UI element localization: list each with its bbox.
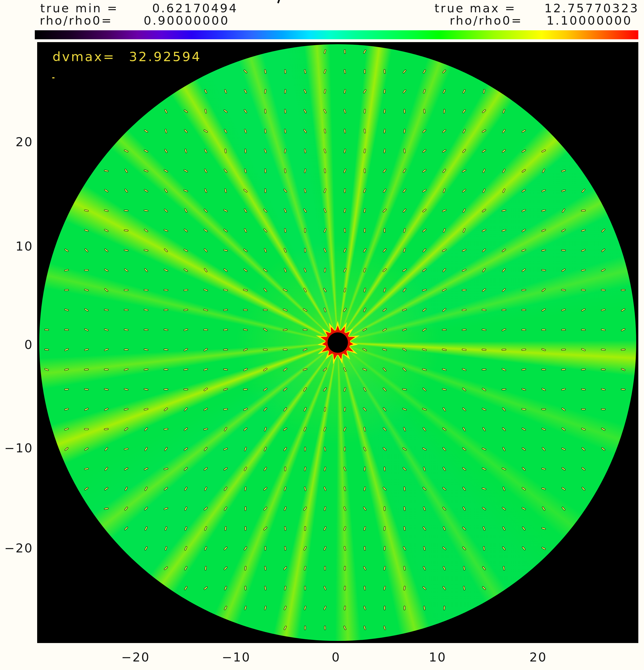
y-tick-label: 20: [0, 135, 33, 149]
true-min-value: 0.62170494: [152, 2, 238, 15]
y-tick-label: 0: [0, 338, 33, 352]
rho-max-label: rho/rho0=: [450, 14, 523, 27]
y-tick-label: −10: [0, 441, 33, 455]
rho-min-value: 0.90000000: [144, 14, 229, 27]
true-max-value: 12.75770323: [544, 2, 639, 15]
rho-max-value: 1.10000000: [547, 14, 632, 27]
y-tick-label: 10: [0, 239, 33, 253]
plot-area: dvmax= 32.92594: [37, 42, 638, 643]
vector-scale-arrow: [52, 77, 55, 79]
y-tick-label: −20: [0, 541, 33, 555]
x-tick-label: 0: [332, 650, 340, 664]
clipped-title-glyph: [277, 0, 280, 3]
true-max-label: true max =: [435, 2, 516, 15]
central-hole-ring: [309, 314, 366, 371]
x-tick-label: 10: [429, 650, 446, 664]
x-tick-label: −20: [121, 650, 150, 664]
true-min-label: true min =: [40, 2, 119, 15]
dvmax-value: 32.92594: [129, 50, 201, 64]
rho-min-label: rho/rho0=: [40, 14, 113, 27]
x-tick-label: 20: [529, 650, 547, 664]
dvmax-label: dvmax=: [53, 50, 115, 64]
central-black-hole: [328, 332, 348, 353]
colorbar: [35, 30, 638, 39]
x-tick-label: −10: [222, 650, 251, 664]
